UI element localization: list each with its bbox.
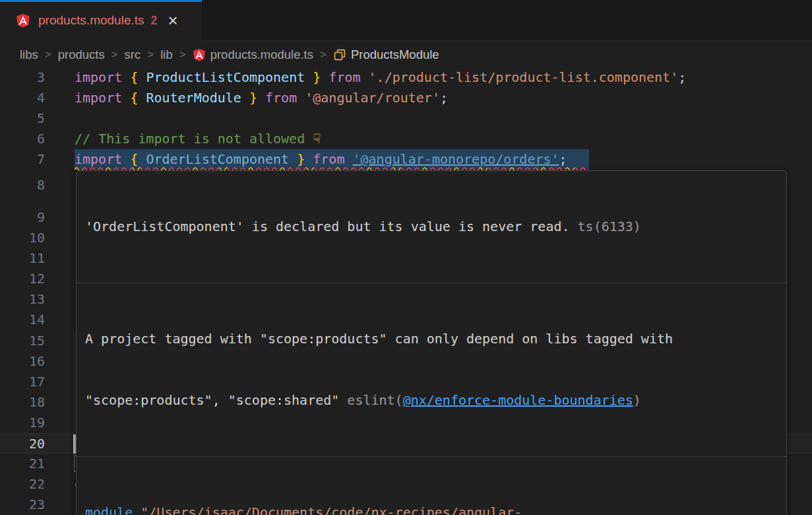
- code-text[interactable]: import { ProductListComponent } from './…: [75, 67, 686, 88]
- code-text[interactable]: import { RouterModule } from '@angular/r…: [75, 88, 448, 108]
- hover-popup: 'OrderListComponent' is declared but its…: [76, 170, 787, 515]
- line-number: 22: [0, 474, 45, 495]
- hover-line: "scope:products", "scope:shared" eslint(…: [85, 390, 786, 411]
- line-number: 23: [0, 495, 45, 515]
- code-line-5: 5: [0, 108, 812, 129]
- line-number: 8: [0, 175, 45, 195]
- line-number: 12: [0, 269, 45, 289]
- hover-link[interactable]: @nx/enforce-module-boundaries: [403, 392, 633, 408]
- hover-line: A project tagged with "scope:products" c…: [85, 329, 786, 349]
- hover-module-path: module "/Users/isaac/Documents/code/nx-r…: [77, 456, 786, 515]
- code-line-6: 6 // This import is not allowed ☟: [0, 129, 812, 149]
- code-text[interactable]: // This import is not allowed ☟: [75, 129, 321, 149]
- code-line-7: 7 import { OrderListComponent } from '@a…: [0, 149, 812, 170]
- line-number: 19: [0, 413, 45, 433]
- line-number: 6: [0, 129, 45, 149]
- line-number: 13: [0, 289, 45, 310]
- hover-eslint-error: A project tagged with "scope:products" c…: [77, 283, 786, 456]
- line-number: 11: [0, 248, 45, 269]
- line-number: 3: [0, 67, 45, 88]
- line-number: 15: [0, 331, 45, 351]
- line-number: 10: [0, 228, 45, 248]
- hover-ts-error: 'OrderListComponent' is declared but its…: [77, 171, 786, 283]
- line-number: 18: [0, 392, 45, 413]
- line-number: 4: [0, 88, 45, 108]
- hover-line: module "/Users/isaac/Documents/code/nx-r…: [85, 502, 786, 515]
- line-number: 17: [0, 372, 45, 392]
- hover-line: 'OrderListComponent' is declared but its…: [85, 217, 786, 237]
- line-number: 16: [0, 351, 45, 372]
- line-number: 14: [0, 310, 45, 330]
- line-number: 9: [0, 207, 45, 228]
- code-line-3: 3 import { ProductListComponent } from '…: [0, 67, 812, 88]
- line-number: 21: [0, 454, 45, 474]
- code-line-4: 4 import { RouterModule } from '@angular…: [0, 88, 812, 108]
- line-number: 7: [0, 149, 45, 170]
- line-number: 20: [0, 434, 45, 454]
- line-number: 5: [0, 108, 45, 129]
